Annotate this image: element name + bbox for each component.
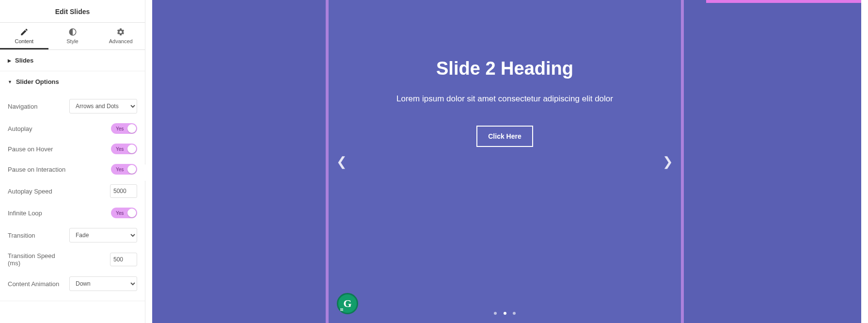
panel-title: Edit Slides bbox=[0, 0, 145, 23]
grammarly-badge[interactable]: G bbox=[337, 293, 358, 314]
section-slider-options: ▼ Slider Options Navigation Arrows and D… bbox=[0, 71, 145, 301]
section-slider-options-label: Slider Options bbox=[16, 78, 59, 85]
slide-prev-button[interactable]: ❮ bbox=[331, 149, 352, 174]
content-animation-label: Content Animation bbox=[8, 280, 69, 288]
section-slides-header[interactable]: ▶ Slides bbox=[0, 50, 145, 71]
slide-canvas: ❮ ❯ Slide 2 Heading Lorem ipsum dolor si… bbox=[326, 0, 684, 323]
pause-hover-toggle[interactable]: Yes bbox=[111, 144, 137, 154]
transition-speed-input[interactable] bbox=[110, 253, 137, 266]
tab-label: Advanced bbox=[109, 38, 133, 44]
autoplay-speed-input[interactable] bbox=[110, 184, 137, 198]
transition-label: Transition bbox=[8, 232, 69, 239]
navigation-label: Navigation bbox=[8, 103, 69, 110]
tab-style[interactable]: Style bbox=[48, 23, 97, 49]
editor-handle[interactable] bbox=[706, 0, 861, 3]
pause-interaction-label: Pause on Interaction bbox=[8, 166, 69, 173]
slide-dot-3[interactable] bbox=[513, 312, 516, 315]
slide-dots bbox=[326, 309, 684, 316]
transition-select[interactable]: Fade bbox=[69, 228, 137, 242]
section-slides-label: Slides bbox=[15, 57, 33, 64]
slide-content: Slide 2 Heading Lorem ipsum dolor sit am… bbox=[355, 58, 655, 147]
slide-body: Lorem ipsum dolor sit amet consectetur a… bbox=[379, 93, 631, 105]
gear-icon bbox=[116, 28, 125, 36]
preview-area: ❮ ❯ Slide 2 Heading Lorem ipsum dolor si… bbox=[145, 0, 868, 323]
tab-content[interactable]: Content bbox=[0, 23, 48, 49]
content-animation-select[interactable]: Down bbox=[69, 276, 137, 291]
slide-dot-2[interactable] bbox=[504, 312, 506, 315]
autoplay-toggle[interactable]: Yes bbox=[111, 123, 137, 134]
slide-heading: Slide 2 Heading bbox=[355, 58, 655, 79]
tab-label: Content bbox=[15, 38, 34, 44]
transition-speed-label: Transition Speed (ms) bbox=[8, 252, 69, 267]
pause-interaction-toggle[interactable]: Yes bbox=[111, 164, 137, 175]
slide-dot-1[interactable] bbox=[494, 312, 497, 315]
chevron-right-icon: ❯ bbox=[663, 154, 673, 169]
slide-next-button[interactable]: ❯ bbox=[658, 149, 678, 174]
caret-down-icon: ▼ bbox=[8, 80, 12, 84]
section-slides: ▶ Slides bbox=[0, 50, 145, 71]
chevron-left-icon: ❮ bbox=[336, 154, 347, 169]
section-slider-options-header[interactable]: ▼ Slider Options bbox=[0, 71, 145, 92]
infinite-loop-label: Infinite Loop bbox=[8, 210, 69, 217]
tab-label: Style bbox=[66, 38, 78, 44]
autoplay-speed-label: Autoplay Speed bbox=[8, 188, 69, 195]
infinite-loop-toggle[interactable]: Yes bbox=[111, 208, 137, 218]
slide-cta-button[interactable]: Click Here bbox=[476, 126, 533, 147]
autoplay-label: Autoplay bbox=[8, 125, 69, 132]
badge-letter: G bbox=[343, 297, 351, 310]
pause-hover-label: Pause on Hover bbox=[8, 145, 69, 153]
contrast-icon bbox=[68, 28, 77, 36]
sidebar: Edit Slides Content Style Advanced ▶ Sli… bbox=[0, 0, 145, 323]
navigation-select[interactable]: Arrows and Dots bbox=[69, 99, 137, 113]
pencil-icon bbox=[20, 28, 29, 36]
caret-right-icon: ▶ bbox=[8, 58, 11, 63]
panel-tabs: Content Style Advanced bbox=[0, 23, 145, 50]
tab-advanced[interactable]: Advanced bbox=[96, 23, 145, 49]
